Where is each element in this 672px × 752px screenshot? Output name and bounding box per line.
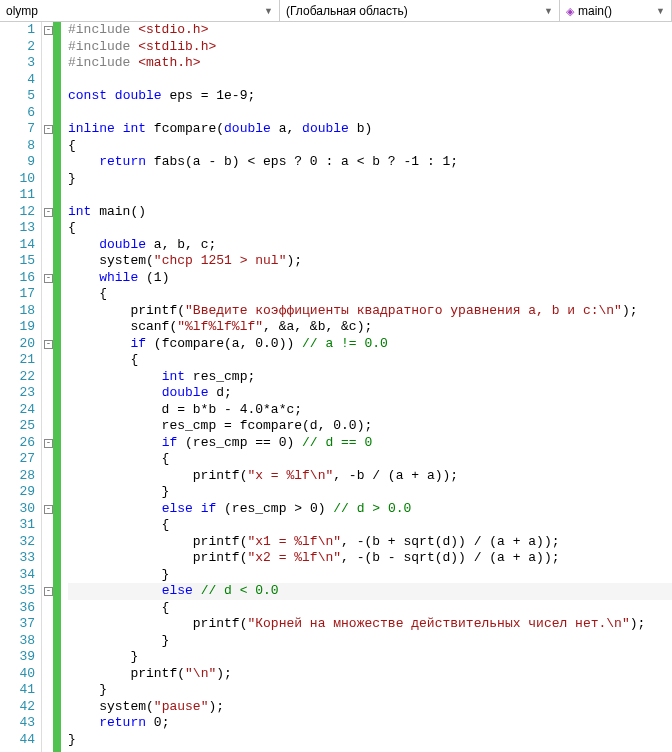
project-combo[interactable]: olymp ▼ <box>0 0 280 21</box>
fold-toggle[interactable]: - <box>44 439 53 448</box>
chevron-down-icon: ▼ <box>264 6 273 16</box>
line-number: 16 <box>0 270 35 287</box>
code-area[interactable]: #include <stdio.h>#include <stdlib.h>#in… <box>64 22 672 752</box>
line-number: 40 <box>0 666 35 683</box>
fold-column: -------- <box>42 22 64 752</box>
code-line[interactable]: double a, b, c; <box>68 237 672 254</box>
line-number: 1 <box>0 22 35 39</box>
line-number: 18 <box>0 303 35 320</box>
line-number: 20 <box>0 336 35 353</box>
code-line[interactable]: scanf("%lf%lf%lf", &a, &b, &c); <box>68 319 672 336</box>
code-line[interactable]: printf("\n"); <box>68 666 672 683</box>
code-line[interactable]: } <box>68 682 672 699</box>
code-line[interactable]: printf("Корней на множестве действительн… <box>68 616 672 633</box>
fold-toggle[interactable]: - <box>44 26 53 35</box>
fold-toggle[interactable]: - <box>44 587 53 596</box>
line-number: 43 <box>0 715 35 732</box>
code-line[interactable]: int main() <box>68 204 672 221</box>
code-line[interactable]: } <box>68 732 672 749</box>
code-line[interactable]: const double eps = 1e-9; <box>68 88 672 105</box>
chevron-down-icon: ▼ <box>544 6 553 16</box>
code-line[interactable] <box>68 105 672 122</box>
code-line[interactable]: { <box>68 220 672 237</box>
line-number: 17 <box>0 286 35 303</box>
code-line[interactable]: if (res_cmp == 0) // d == 0 <box>68 435 672 452</box>
code-line[interactable]: { <box>68 451 672 468</box>
line-number: 2 <box>0 39 35 56</box>
code-line[interactable]: } <box>68 484 672 501</box>
line-number: 33 <box>0 550 35 567</box>
fold-toggle[interactable]: - <box>44 274 53 283</box>
function-label: ◈main() <box>566 4 612 18</box>
line-number: 8 <box>0 138 35 155</box>
code-line[interactable]: } <box>68 649 672 666</box>
code-line[interactable]: inline int fcompare(double a, double b) <box>68 121 672 138</box>
code-line[interactable]: while (1) <box>68 270 672 287</box>
code-line[interactable]: else // d < 0.0 <box>68 583 672 600</box>
line-number: 14 <box>0 237 35 254</box>
method-icon: ◈ <box>566 5 574 17</box>
line-number: 28 <box>0 468 35 485</box>
fold-toggle[interactable]: - <box>44 505 53 514</box>
line-number: 6 <box>0 105 35 122</box>
code-line[interactable]: printf("x1 = %lf\n", -(b + sqrt(d)) / (a… <box>68 534 672 551</box>
line-number: 30 <box>0 501 35 518</box>
code-line[interactable]: res_cmp = fcompare(d, 0.0); <box>68 418 672 435</box>
code-line[interactable]: { <box>68 352 672 369</box>
code-line[interactable]: d = b*b - 4.0*a*c; <box>68 402 672 419</box>
toolbar: olymp ▼ (Глобальная область) ▼ ◈main() ▼ <box>0 0 672 22</box>
code-line[interactable]: { <box>68 600 672 617</box>
code-line[interactable]: system("chcp 1251 > nul"); <box>68 253 672 270</box>
line-number: 9 <box>0 154 35 171</box>
line-number: 22 <box>0 369 35 386</box>
line-number: 24 <box>0 402 35 419</box>
code-line[interactable]: { <box>68 517 672 534</box>
code-line[interactable]: printf("Введите коэффициенты квадратного… <box>68 303 672 320</box>
function-combo[interactable]: ◈main() ▼ <box>560 0 672 21</box>
fold-toggle[interactable]: - <box>44 125 53 134</box>
code-line[interactable]: { <box>68 286 672 303</box>
code-line[interactable]: system("pause"); <box>68 699 672 716</box>
project-label: olymp <box>6 4 38 18</box>
line-number: 19 <box>0 319 35 336</box>
code-line[interactable]: #include <math.h> <box>68 55 672 72</box>
code-line[interactable]: int res_cmp; <box>68 369 672 386</box>
line-number: 29 <box>0 484 35 501</box>
line-number: 5 <box>0 88 35 105</box>
code-line[interactable]: printf("x2 = %lf\n", -(b - sqrt(d)) / (a… <box>68 550 672 567</box>
line-number: 32 <box>0 534 35 551</box>
line-number: 23 <box>0 385 35 402</box>
line-number: 15 <box>0 253 35 270</box>
code-line[interactable]: { <box>68 138 672 155</box>
line-number: 36 <box>0 600 35 617</box>
line-number: 34 <box>0 567 35 584</box>
code-line[interactable]: return fabs(a - b) < eps ? 0 : a < b ? -… <box>68 154 672 171</box>
line-number: 25 <box>0 418 35 435</box>
scope-label: (Глобальная область) <box>286 4 408 18</box>
code-line[interactable]: #include <stdlib.h> <box>68 39 672 56</box>
code-line[interactable]: printf("x = %lf\n", -b / (a + a)); <box>68 468 672 485</box>
code-line[interactable]: } <box>68 567 672 584</box>
scope-combo[interactable]: (Глобальная область) ▼ <box>280 0 560 21</box>
code-line[interactable]: #include <stdio.h> <box>68 22 672 39</box>
line-number: 11 <box>0 187 35 204</box>
fold-toggle[interactable]: - <box>44 208 53 217</box>
code-line[interactable]: } <box>68 171 672 188</box>
line-number: 13 <box>0 220 35 237</box>
code-line[interactable]: return 0; <box>68 715 672 732</box>
fold-toggle[interactable]: - <box>44 340 53 349</box>
line-number: 38 <box>0 633 35 650</box>
chevron-down-icon: ▼ <box>656 6 665 16</box>
change-bar <box>57 22 61 752</box>
line-number: 4 <box>0 72 35 89</box>
code-line[interactable]: } <box>68 633 672 650</box>
line-number: 37 <box>0 616 35 633</box>
code-line[interactable] <box>68 187 672 204</box>
code-line[interactable]: if (fcompare(a, 0.0)) // a != 0.0 <box>68 336 672 353</box>
line-number: 10 <box>0 171 35 188</box>
code-line[interactable]: double d; <box>68 385 672 402</box>
line-number: 27 <box>0 451 35 468</box>
line-number: 41 <box>0 682 35 699</box>
code-line[interactable]: else if (res_cmp > 0) // d > 0.0 <box>68 501 672 518</box>
code-line[interactable] <box>68 72 672 89</box>
